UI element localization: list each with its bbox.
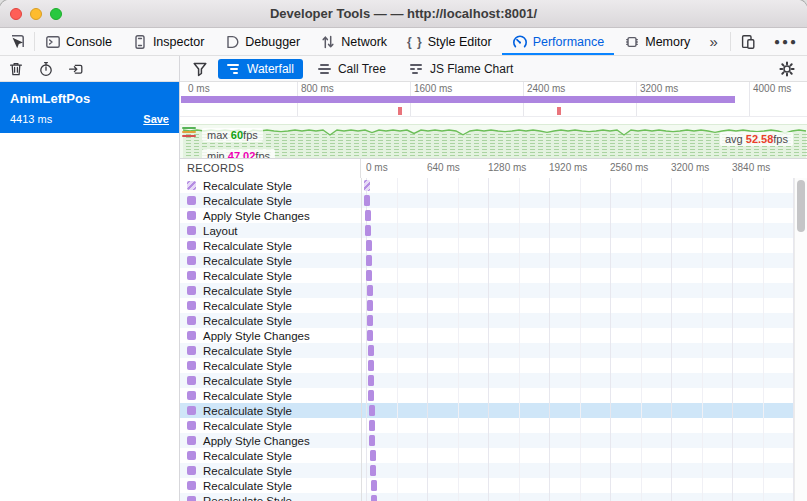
toolbox-meatball-menu-button[interactable]: ●●● bbox=[765, 28, 807, 55]
waterfall-marker[interactable] bbox=[366, 270, 372, 281]
filter-markers-button[interactable] bbox=[188, 61, 212, 77]
record-row[interactable]: Recalculate Style bbox=[180, 448, 807, 463]
view-tab-js-flame-chart[interactable]: JS Flame Chart bbox=[401, 59, 522, 79]
tab-memory[interactable]: Memory bbox=[614, 28, 700, 55]
waterfall-marker[interactable] bbox=[371, 495, 377, 501]
record-row[interactable]: Recalculate Style bbox=[180, 283, 807, 298]
tab-debugger[interactable]: Debugger bbox=[214, 28, 310, 55]
record-row[interactable]: Recalculate Style bbox=[180, 463, 807, 478]
waterfall-marker[interactable] bbox=[366, 240, 372, 251]
save-recording-link[interactable]: Save bbox=[143, 113, 169, 125]
waterfall-marker[interactable] bbox=[369, 435, 375, 446]
responsive-design-icon bbox=[740, 34, 756, 50]
waterfall-marker[interactable] bbox=[367, 330, 373, 341]
record-row[interactable]: Recalculate Style bbox=[180, 358, 807, 373]
view-tab-call-tree[interactable]: Call Tree bbox=[309, 59, 395, 79]
tab-inspector[interactable]: Inspector bbox=[122, 28, 214, 55]
close-button[interactable] bbox=[10, 8, 22, 20]
waterfall-marker[interactable] bbox=[368, 345, 374, 356]
record-row[interactable]: Recalculate Style bbox=[180, 493, 807, 501]
record-row[interactable]: Recalculate Style bbox=[180, 253, 807, 268]
record-waterfall-cell[interactable] bbox=[361, 178, 807, 193]
memory-icon bbox=[624, 34, 640, 50]
fps-avg-label: avg 52.58fps bbox=[720, 132, 793, 146]
recording-item-animleftpos[interactable]: AnimLeftPos 4413 ms Save bbox=[0, 82, 179, 133]
gear-icon bbox=[779, 61, 795, 77]
timeline-overview[interactable]: 0 ms800 ms1600 ms2400 ms3200 ms4000 ms m… bbox=[180, 82, 807, 159]
record-row[interactable]: Recalculate Style bbox=[180, 238, 807, 253]
record-row[interactable]: Recalculate Style bbox=[180, 388, 807, 403]
waterfall-marker[interactable] bbox=[368, 375, 374, 386]
tab-console[interactable]: Console bbox=[35, 28, 122, 55]
waterfall-marker[interactable] bbox=[364, 195, 370, 206]
waterfall-marker[interactable] bbox=[368, 360, 374, 371]
start-recording-stopwatch-icon[interactable] bbox=[38, 61, 54, 77]
record-waterfall-cell[interactable] bbox=[361, 388, 807, 403]
import-recording-icon[interactable] bbox=[68, 61, 84, 77]
record-row[interactable]: Recalculate Style bbox=[180, 478, 807, 493]
zoom-button[interactable] bbox=[50, 8, 62, 20]
record-row[interactable]: Apply Style Changes bbox=[180, 328, 807, 343]
record-waterfall-cell[interactable] bbox=[361, 343, 807, 358]
waterfall-marker[interactable] bbox=[369, 420, 375, 431]
tab-network[interactable]: Network bbox=[310, 28, 397, 55]
record-waterfall-cell[interactable] bbox=[361, 403, 807, 418]
tab-style-editor[interactable]: { } Style Editor bbox=[397, 28, 502, 55]
settings-button[interactable] bbox=[775, 61, 799, 77]
record-row[interactable]: Layout bbox=[180, 223, 807, 238]
waterfall-marker[interactable] bbox=[365, 210, 371, 221]
record-waterfall-cell[interactable] bbox=[361, 268, 807, 283]
record-waterfall-cell[interactable] bbox=[361, 238, 807, 253]
waterfall-marker[interactable] bbox=[367, 300, 373, 311]
record-waterfall-cell[interactable] bbox=[361, 298, 807, 313]
record-waterfall-cell[interactable] bbox=[361, 433, 807, 448]
record-row[interactable]: Apply Style Changes bbox=[180, 433, 807, 448]
waterfall-marker[interactable] bbox=[368, 390, 374, 401]
scrollbar-thumb[interactable] bbox=[797, 180, 805, 232]
waterfall-marker[interactable] bbox=[366, 255, 372, 266]
waterfall-marker[interactable] bbox=[367, 315, 373, 326]
waterfall-marker[interactable] bbox=[371, 480, 377, 491]
pick-element-button[interactable] bbox=[0, 28, 34, 55]
record-row[interactable]: Recalculate Style bbox=[180, 298, 807, 313]
record-waterfall-cell[interactable] bbox=[361, 283, 807, 298]
framerate-graph[interactable]: max 60fps min 47.02fps avg 52.58fps bbox=[180, 124, 807, 159]
record-waterfall-cell[interactable] bbox=[361, 373, 807, 388]
record-row[interactable]: Recalculate Style bbox=[180, 343, 807, 358]
record-row[interactable]: Recalculate Style bbox=[180, 268, 807, 283]
record-waterfall-cell[interactable] bbox=[361, 208, 807, 223]
record-waterfall-cell[interactable] bbox=[361, 223, 807, 238]
record-waterfall-cell[interactable] bbox=[361, 193, 807, 208]
waterfall-marker[interactable] bbox=[367, 285, 373, 296]
waterfall-marker[interactable] bbox=[365, 225, 371, 236]
record-row[interactable]: Recalculate Style bbox=[180, 373, 807, 388]
record-waterfall-cell[interactable] bbox=[361, 418, 807, 433]
record-waterfall-cell[interactable] bbox=[361, 478, 807, 493]
record-row[interactable]: Apply Style Changes bbox=[180, 208, 807, 223]
record-waterfall-cell[interactable] bbox=[361, 313, 807, 328]
record-waterfall-cell[interactable] bbox=[361, 328, 807, 343]
waterfall-marker[interactable] bbox=[370, 450, 376, 461]
record-waterfall-cell[interactable] bbox=[361, 493, 807, 501]
minimize-button[interactable] bbox=[30, 8, 42, 20]
view-tab-waterfall[interactable]: Waterfall bbox=[218, 59, 303, 79]
more-tabs-button[interactable]: » bbox=[700, 28, 726, 55]
record-row[interactable]: Recalculate Style bbox=[180, 313, 807, 328]
waterfall-marker[interactable] bbox=[370, 465, 376, 476]
record-row[interactable]: Recalculate Style bbox=[180, 403, 807, 418]
record-waterfall-cell[interactable] bbox=[361, 463, 807, 478]
network-icon bbox=[320, 34, 336, 50]
waterfall-marker[interactable] bbox=[364, 180, 370, 191]
record-waterfall-cell[interactable] bbox=[361, 253, 807, 268]
record-row[interactable]: Recalculate Style bbox=[180, 418, 807, 433]
record-name-cell: Recalculate Style bbox=[180, 253, 361, 268]
waterfall-marker[interactable] bbox=[369, 405, 375, 416]
record-row[interactable]: Recalculate Style bbox=[180, 193, 807, 208]
clear-recordings-trash-icon[interactable] bbox=[8, 61, 24, 77]
record-row[interactable]: Recalculate Style bbox=[180, 178, 807, 193]
tab-performance[interactable]: Performance bbox=[502, 28, 615, 55]
record-waterfall-cell[interactable] bbox=[361, 358, 807, 373]
responsive-design-button[interactable] bbox=[731, 28, 765, 55]
record-waterfall-cell[interactable] bbox=[361, 448, 807, 463]
vertical-scrollbar[interactable] bbox=[794, 178, 807, 501]
